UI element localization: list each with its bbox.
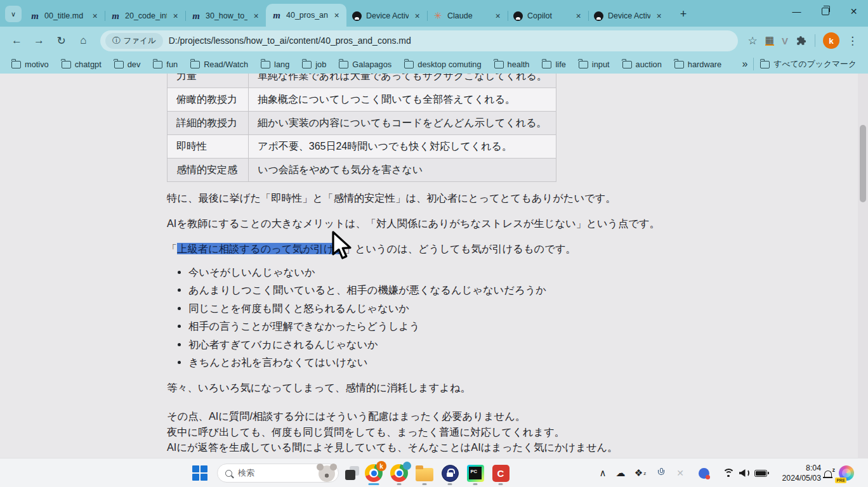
- bookmark-star-icon[interactable]: ☆: [748, 34, 758, 48]
- tab-close-icon[interactable]: ✕: [332, 10, 341, 20]
- taskbar-file-explorer[interactable]: [415, 464, 434, 483]
- bookmark-folder-life[interactable]: life: [536, 56, 572, 72]
- camtasia-icon: C: [492, 465, 510, 482]
- bookmark-folder-lang[interactable]: lang: [254, 56, 296, 72]
- url-text[interactable]: D:/projects/lessons/how_to_ai/content/40…: [169, 36, 411, 46]
- notification-bell-button[interactable]: z: [822, 464, 836, 483]
- folder-icon: [622, 61, 632, 68]
- bookmarks-overflow-chevron-icon[interactable]: »: [736, 58, 753, 70]
- tab-40-pros-and-cons-active[interactable]: m 40_pros_and ✕: [266, 4, 346, 27]
- tab-close-icon[interactable]: ✕: [171, 11, 180, 21]
- home-button[interactable]: ⌂: [73, 30, 94, 51]
- extension-v-icon[interactable]: V: [782, 36, 788, 46]
- start-button[interactable]: [190, 464, 209, 483]
- cloud-icon: ☁: [616, 467, 626, 479]
- copilot-button[interactable]: PRE: [838, 464, 855, 483]
- paragraph: 等々、いろいろ気になってしまって、感情的に消耗しますよね。: [167, 381, 471, 394]
- list-item: 同じことを何度も聞くと怒られるんじゃないか: [188, 299, 546, 317]
- bookmark-folder-fun[interactable]: fun: [147, 56, 184, 72]
- scrollbar-thumb[interactable]: [860, 125, 866, 202]
- blue-circle-icon: [699, 468, 709, 479]
- folder-icon: [261, 61, 270, 68]
- tray-dropbox[interactable]: ❖z: [632, 464, 648, 483]
- forward-button[interactable]: →: [29, 30, 49, 51]
- folder-icon: [339, 61, 348, 68]
- bookmark-folder-job[interactable]: job: [296, 56, 332, 72]
- folder-icon: [190, 61, 200, 68]
- tray-wifi[interactable]: [721, 464, 736, 483]
- tab-copilot[interactable]: Copilot ✕: [508, 5, 588, 27]
- markdown-viewer-icon: m: [272, 10, 282, 20]
- taskbar-clock[interactable]: 8:04 2024/05/03: [764, 463, 821, 483]
- taskbar-camtasia[interactable]: C: [491, 464, 510, 483]
- address-bar[interactable]: ⓘ ファイル D:/projects/lessons/how_to_ai/con…: [100, 30, 738, 51]
- tab-20-code[interactable]: m 20_code_inte ✕: [105, 5, 185, 27]
- tray-disabled-item[interactable]: ✕: [673, 464, 688, 483]
- tab-label: Claude: [447, 11, 489, 20]
- reload-button[interactable]: ↻: [51, 30, 72, 51]
- tab-close-icon[interactable]: ✕: [413, 11, 421, 21]
- paragraph-line: その点、AIに質問/相談する分にはそういう配慮はまったく必要ありません。: [167, 408, 618, 424]
- folder-icon: [114, 61, 124, 68]
- tab-close-icon[interactable]: ✕: [91, 11, 99, 21]
- tab-claude[interactable]: ✳ Claude ✕: [427, 5, 508, 27]
- table-desc-cell: アポ不要、365日24時間いつでも快く対応してくれる。: [249, 135, 556, 159]
- bookmark-folder-desktop-comuting[interactable]: desktop comuting: [398, 56, 487, 72]
- tab-device-activation-2[interactable]: Device Activ ✕: [588, 5, 669, 27]
- taskbar-search-box[interactable]: 検索: [217, 464, 339, 483]
- bookmark-folder-auction[interactable]: auction: [616, 56, 668, 72]
- tray-volume[interactable]: [737, 464, 751, 483]
- browser-menu-icon[interactable]: ⋮: [847, 34, 858, 48]
- tray-microphone[interactable]: [654, 464, 669, 483]
- bookmark-label: input: [592, 60, 610, 69]
- copilot-pre-badge: PRE: [835, 477, 846, 483]
- tab-close-icon[interactable]: ✕: [574, 11, 582, 21]
- bookmark-label: Galapagos: [352, 60, 391, 69]
- info-icon: ⓘ: [112, 36, 121, 46]
- bookmark-folder-chatgpt[interactable]: chatgpt: [55, 56, 108, 72]
- tray-show-hidden-icons[interactable]: ∧: [595, 464, 610, 483]
- bookmark-folder-hardware[interactable]: hardware: [668, 56, 728, 72]
- tab-00-title[interactable]: m 00_title.md ✕: [24, 5, 105, 27]
- bookmark-folder-read-watch[interactable]: Read/Watch: [184, 56, 254, 72]
- list-item: 今いそがしいんじゃないか: [188, 263, 546, 281]
- bookmark-folder-motivo[interactable]: motivo: [5, 56, 55, 72]
- bookmark-folder-galapagos[interactable]: Galapagos: [332, 56, 398, 72]
- extension-grid-icon[interactable]: ▦: [765, 36, 774, 46]
- tab-device-activation-1[interactable]: Device Activ ✕: [346, 5, 427, 27]
- bookmark-label: fun: [166, 60, 178, 69]
- url-file-chip[interactable]: ⓘ ファイル: [105, 33, 163, 49]
- tab-close-icon[interactable]: ✕: [252, 11, 260, 21]
- bookmark-folder-input[interactable]: input: [572, 56, 616, 72]
- bookmark-folder-health[interactable]: health: [488, 56, 536, 72]
- tray-app-blue[interactable]: [695, 464, 712, 483]
- bookmark-label: motivo: [25, 60, 49, 69]
- windows-logo-icon: [192, 465, 207, 481]
- tab-30-how-to[interactable]: m 30_how_to_u ✕: [185, 5, 266, 27]
- vertical-scrollbar[interactable]: [858, 74, 868, 458]
- taskbar-chrome-profile-k[interactable]: k: [364, 464, 383, 483]
- profile-avatar[interactable]: k: [823, 32, 839, 49]
- task-view-button[interactable]: [343, 464, 362, 483]
- back-button[interactable]: ←: [6, 30, 27, 51]
- restore-button[interactable]: [811, 0, 839, 23]
- paragraph-line: 夜中に呼び出しても、何度も同じ質問をしても、まったく普通に対応してくれます。: [167, 424, 618, 440]
- tab-close-icon[interactable]: ✕: [494, 11, 502, 21]
- sleep-z-icon: z: [643, 471, 646, 476]
- bookmark-folder-dev[interactable]: dev: [108, 56, 147, 72]
- taskbar-keepass[interactable]: [440, 464, 459, 483]
- tab-search-chevron-icon[interactable]: ∨: [5, 6, 22, 22]
- tray-onedrive[interactable]: ☁: [613, 464, 628, 483]
- tab-close-icon[interactable]: ✕: [655, 11, 663, 21]
- new-tab-button[interactable]: +: [675, 6, 692, 22]
- minimize-button[interactable]: —: [782, 0, 811, 23]
- close-window-button[interactable]: ✕: [839, 0, 868, 23]
- taskbar-chrome-profile-2[interactable]: [390, 464, 409, 483]
- extensions-puzzle-icon[interactable]: [796, 35, 807, 46]
- list-item: きちんとお礼を言わなくてはいけない: [188, 353, 546, 371]
- all-bookmarks-button[interactable]: すべてのブックマーク: [754, 56, 863, 72]
- microphone-icon: [657, 468, 665, 478]
- selected-text: 上級者に相談するのって気が引ける: [177, 243, 345, 254]
- folder-icon: [542, 61, 551, 68]
- taskbar-pycharm[interactable]: PC: [466, 464, 485, 483]
